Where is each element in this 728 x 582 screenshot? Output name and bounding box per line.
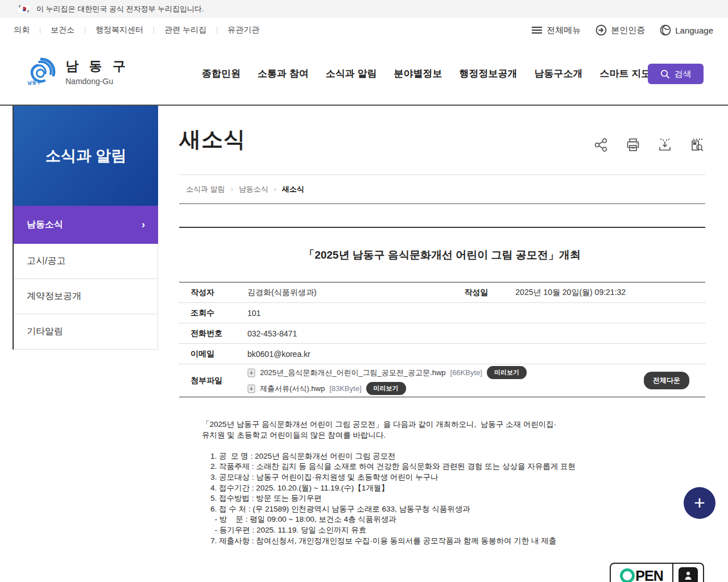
chevron-right-icon: ›	[142, 219, 145, 231]
nav-admin-info[interactable]: 행정정보공개	[459, 67, 517, 80]
author-value: 김경화(식품위생과)	[247, 288, 316, 298]
footer-badges: PEN	[610, 563, 704, 582]
body-line: - 등기우편 : 2025. 11.19. 당일 소인까지 유효	[202, 525, 691, 536]
views-label: 조회수	[179, 308, 247, 318]
preview-button[interactable]: 미리보기	[487, 366, 527, 379]
utility-links: 의회 보건소 행정복지센터 관련 누리집 유관기관	[14, 25, 270, 35]
site-header: 남동구 남 동 구 Namdong-Gu 종합민원 소통과 참여 소식과 알림 …	[0, 42, 728, 106]
globe-icon	[660, 24, 671, 36]
views-value: 101	[247, 309, 260, 318]
language-label: Language	[675, 26, 713, 35]
attachment-item: 2025년_음식문화개선_어린이_그림_공모전_공고문.hwp [66KByte…	[247, 366, 644, 379]
link-health-center[interactable]: 보건소	[40, 25, 85, 35]
article-title: 「2025년 남동구 음식문화개선 어린이 그림 공모전」개최	[304, 248, 581, 263]
identity-verify-button[interactable]: 본인인증	[595, 24, 645, 36]
all-menu-label: 전체메뉴	[547, 25, 581, 36]
attachment-size: [66KByte]	[450, 368, 482, 377]
attachments-label: 첨부파일	[179, 376, 247, 386]
all-menu-button[interactable]: 전체메뉴	[531, 25, 581, 36]
nav-smart-map[interactable]: 스마트 지도	[599, 67, 651, 80]
email-value: bk0601@korea.kr	[247, 350, 311, 359]
phone-label: 전화번호	[179, 329, 247, 339]
utility-bar: 의회 보건소 행정복지센터 관련 누리집 유관기관 전체메뉴 본인인증 Lang…	[0, 18, 728, 43]
document-preview-icon[interactable]	[689, 138, 704, 152]
person-icon	[679, 567, 698, 582]
logo-title: 남 동 구	[65, 57, 129, 75]
chevron-right-icon: ›	[231, 185, 233, 193]
link-related-sites[interactable]: 관련 누리집	[154, 25, 217, 35]
search-button[interactable]: 검색	[648, 64, 704, 84]
sidebar-item-label: 기타알림	[27, 326, 63, 338]
attachment-list: 2025년_음식문화개선_어린이_그림_공모전_공고문.hwp [66KByte…	[247, 366, 644, 395]
gov-notice-text: 이 누리집은 대한민국 공식 전자정부 누리집입니다.	[36, 4, 204, 14]
sidebar-title-box: 소식과 알림	[14, 106, 158, 206]
open-gov-badge[interactable]: PEN	[610, 563, 673, 582]
breadcrumb-namdong-news[interactable]: 남동소식	[239, 184, 268, 194]
body-line: 2. 작품주제 : 소래찬 김치 등 음식을 소재로 하여 건강한 음식문화와 …	[202, 462, 691, 472]
link-council[interactable]: 의회	[14, 25, 40, 35]
sidebar: 소식과 알림 남동소식 › 고시/공고 계약정보공개 기타알림	[13, 106, 158, 350]
nav-info-by-field[interactable]: 분야별정보	[394, 67, 442, 80]
sidebar-title: 소식과 알림	[46, 146, 127, 166]
hamburger-icon	[531, 26, 543, 34]
share-icon[interactable]	[594, 138, 609, 152]
sidebar-item-label: 계약정보공개	[27, 290, 81, 302]
site-logo[interactable]: 남동구 남 동 구 Namdong-Gu	[26, 56, 129, 88]
meta-row-email: 이메일 bk0601@korea.kr	[179, 344, 705, 364]
meta-row-attachments: 첨부파일 2025년_음식문화개선_어린이_그림_공모전_공고문.hwp [66…	[179, 364, 705, 397]
gov-notice-bar: 이 누리집은 대한민국 공식 전자정부 누리집입니다.	[0, 0, 728, 18]
body-line: - 방 문 : 평일 09:00 ~ 18:00, 보건소 4층 식품위생과	[202, 514, 691, 525]
main-nav: 종합민원 소통과 참여 소식과 알림 분야별정보 행정정보공개 남동구소개 스마…	[202, 42, 651, 105]
breadcrumb-current: 새소식	[282, 184, 304, 194]
body-line: 유치원 및 초등학교 어린이들의 많은 참여를 바랍니다.	[202, 430, 691, 441]
sidebar-item-label: 고시/공고	[27, 255, 65, 267]
author-label: 작성자	[179, 288, 247, 298]
svg-text:남동구: 남동구	[27, 80, 41, 85]
breadcrumb: 소식과 알림 › 남동소식 › 새소식	[186, 184, 304, 194]
attachment-size: [83KByte]	[329, 384, 361, 393]
print-icon[interactable]	[626, 138, 640, 152]
body-line: 3. 공모대상 : 남동구 어린이집·유치원생 및 초등학생 어린이 누구나	[202, 472, 691, 483]
file-icon	[247, 368, 255, 377]
nav-civil-service[interactable]: 종합민원	[202, 67, 241, 80]
nav-news[interactable]: 소식과 알림	[326, 67, 377, 80]
date-label: 작성일	[464, 288, 515, 298]
language-button[interactable]: Language	[660, 24, 713, 36]
page-action-icons	[594, 138, 704, 152]
file-icon	[247, 384, 255, 393]
logo-text: 남 동 구 Namdong-Gu	[65, 57, 129, 86]
link-related-orgs[interactable]: 유관기관	[217, 25, 270, 35]
nav-about[interactable]: 남동구소개	[534, 67, 582, 80]
attachment-name[interactable]: 2025년_음식문화개선_어린이_그림_공모전_공고문.hwp	[260, 368, 446, 378]
article-title-box: 「2025년 남동구 음식문화개선 어린이 그림 공모전」개최	[179, 227, 705, 282]
body-line: 1. 공 모 명 : 2025년 음식문화개선 어린이 그림 공모전	[202, 451, 691, 462]
article-body: 「2025년 남동구 음식문화개선 어린이 그림 공모전」을 다음과 같이 개최…	[202, 419, 691, 546]
body-line: 6. 접 수 처 : (우 21589) 인천광역시 남동구 소래로 633, …	[202, 504, 691, 515]
sidebar-item-notices[interactable]: 고시/공고	[14, 244, 158, 279]
page: 이 누리집은 대한민국 공식 전자정부 누리집입니다. 의회 보건소 행정복지센…	[0, 0, 728, 582]
nav-communication[interactable]: 소통과 참여	[258, 67, 309, 80]
sidebar-item-other-alerts[interactable]: 기타알림	[14, 314, 158, 350]
attachment-name[interactable]: 제출서류(서식).hwp	[260, 384, 325, 394]
quick-menu-fab[interactable]: +	[684, 487, 715, 519]
open-o-icon	[620, 568, 635, 582]
attachment-item: 제출서류(서식).hwp [83KByte] 미리보기	[247, 382, 644, 395]
breadcrumb-news[interactable]: 소식과 알림	[186, 184, 225, 194]
logo-subtitle: Namdong-Gu	[65, 77, 129, 86]
sidebar-item-label: 남동소식	[27, 219, 63, 231]
link-welfare-center[interactable]: 행정복지센터	[85, 25, 154, 35]
download-all-button[interactable]: 전체다운	[644, 372, 689, 389]
download-icon[interactable]	[657, 138, 672, 152]
date-value: 2025년 10월 20일(월) 09:21:32	[515, 288, 626, 298]
sidebar-item-contract-info[interactable]: 계약정보공개	[14, 279, 158, 314]
meta-row-views: 조회수 101	[179, 303, 705, 323]
accessibility-badge[interactable]	[673, 563, 704, 582]
phone-value: 032-453-8471	[247, 329, 297, 338]
sidebar-item-namdong-news[interactable]: 남동소식 ›	[14, 206, 158, 244]
body-line: 「2025년 남동구 음식문화개선 어린이 그림 공모전」을 다음과 같이 개최…	[202, 419, 691, 430]
body-line: 5. 접수방법 : 방문 또는 등기우편	[202, 493, 691, 504]
korea-flag-icon	[17, 5, 31, 14]
identity-verify-label: 본인인증	[611, 25, 645, 36]
preview-button[interactable]: 미리보기	[366, 382, 406, 395]
open-badge-text: PEN	[635, 568, 663, 582]
